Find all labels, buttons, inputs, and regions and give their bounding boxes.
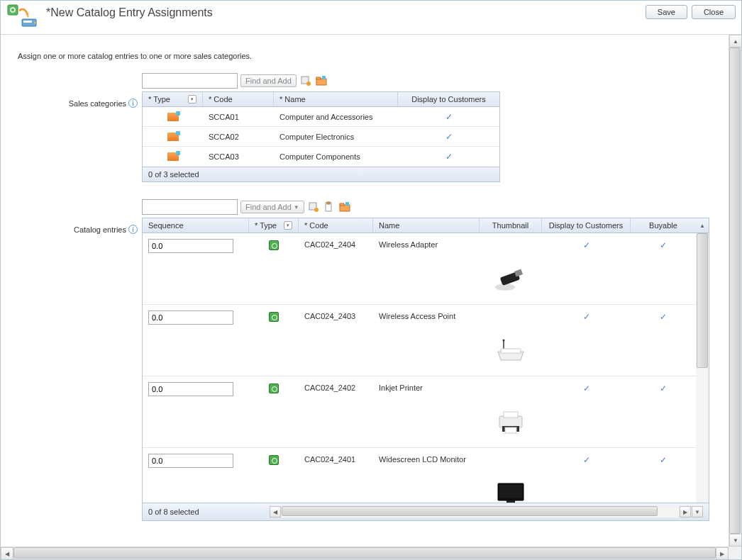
buyable-cell: ✓ [631,233,696,253]
name-cell: Computer Components [274,150,398,164]
table-row[interactable]: SCCA02Computer Electronics✓ [143,127,499,147]
col-name[interactable]: Name [373,218,480,233]
code-cell: CAC024_2403 [299,305,373,323]
thumbnail-cell [480,305,542,376]
entries-footer-text: 0 of 8 selected [148,508,199,516]
paste-icon[interactable] [323,201,336,213]
table-row[interactable]: SCCA01Computer and Accessories✓ [143,107,499,127]
display-cell: ✓ [398,109,499,125]
sequence-input[interactable] [148,454,233,468]
check-icon: ✓ [660,312,667,322]
scroll-corner [729,547,741,559]
buyable-cell: ✓ [631,448,696,468]
svg-rect-14 [327,202,330,204]
entries-hscroll-thumb[interactable] [282,506,658,516]
svg-rect-4 [23,21,32,23]
thumbnail-cell [480,448,542,503]
main-vscroll[interactable]: ▲ ▼ [729,35,741,547]
display-cell: ✓ [398,129,499,145]
close-button[interactable]: Close [692,5,736,19]
scroll-right-button[interactable]: ▶ [716,547,729,559]
sequence-cell [143,448,249,471]
sequence-input[interactable] [148,382,233,396]
col-display[interactable]: Display to Customers [542,218,631,233]
scroll-left-button[interactable]: ◀ [1,547,13,559]
thumbnail-image [489,262,532,297]
check-icon: ✓ [445,112,453,122]
svg-rect-25 [504,412,518,418]
name-cell: Widescreen LCD Monitor [373,448,480,466]
browse-icon[interactable] [338,201,351,213]
svg-rect-23 [501,349,521,353]
entries-search-input[interactable] [142,199,238,215]
col-code[interactable]: * Code [203,92,274,106]
svg-point-7 [306,82,311,86]
product-icon [269,455,279,465]
check-icon: ✓ [445,152,453,162]
table-row[interactable]: SCCA03Computer Components✓ [143,147,499,167]
svg-rect-17 [345,202,349,206]
sequence-input[interactable] [148,239,233,253]
categories-label-wrap: Sales categories i [18,73,142,108]
title-icon [6,4,40,32]
title-bar: *New Catalog Entry Assignments Save Clos… [1,1,741,35]
col-name[interactable]: * Name [274,92,398,106]
svg-rect-27 [505,427,516,433]
thumbnail-cell [480,376,542,447]
col-type[interactable]: * Type▾ [249,218,299,233]
type-cell [143,130,203,144]
type-cell [249,376,299,396]
check-icon: ✓ [583,383,590,393]
table-row[interactable]: CAC024_2402Inkjet Printer✓✓ [143,376,696,448]
buyable-cell: ✓ [631,376,696,396]
entries-scroll-up[interactable]: ▲ [696,218,709,233]
scroll-thumb[interactable] [729,47,741,534]
entries-find-button[interactable]: Find and Add▼ [240,201,304,213]
svg-rect-9 [316,77,321,79]
scroll-thumb[interactable] [13,547,716,559]
name-cell: Computer Electronics [274,130,398,144]
browse-icon[interactable] [315,74,328,87]
thumbnail-image [489,476,532,503]
col-sequence[interactable]: Sequence [143,218,249,233]
check-icon: ✓ [583,455,590,465]
col-code[interactable]: * Code [299,218,373,233]
add-new-icon[interactable] [299,74,312,87]
table-row[interactable]: CAC024_2404Wireless Adapter✓✓ [143,233,696,305]
entries-label: Catalog entries [74,225,126,234]
name-cell: Wireless Access Point [373,305,480,323]
table-row[interactable]: CAC024_2403Wireless Access Point✓✓ [143,305,696,376]
svg-rect-0 [8,5,18,15]
display-cell: ✓ [542,448,631,468]
entries-grid-footer: 0 of 8 selected ◀ ▶ ▼ [143,503,709,520]
info-icon[interactable]: i [128,225,138,234]
scroll-up-button[interactable]: ▲ [729,35,741,47]
entries-hscroll-left[interactable]: ◀ [270,506,281,517]
entries-hscroll-right[interactable]: ▶ [680,506,691,517]
col-buyable[interactable]: Buyable [631,218,696,233]
categories-body: Find and Add * Type▾ * Code * Name [142,73,500,182]
svg-point-22 [503,340,505,342]
sequence-input[interactable] [148,310,233,325]
thumbnail-cell [480,233,542,304]
check-icon: ✓ [660,383,667,393]
save-button[interactable]: Save [646,5,687,19]
entries-scrollbar[interactable] [696,233,709,503]
category-icon [167,152,179,161]
product-icon [269,312,279,322]
scroll-down-button[interactable]: ▼ [729,534,741,547]
entries-scroll-thumb[interactable] [697,233,708,368]
table-row[interactable]: CAC024_2401Widescreen LCD Monitor✓✓ [143,448,696,503]
check-icon: ✓ [660,455,667,465]
categories-search-input[interactable] [142,73,238,89]
main-hscroll[interactable]: ◀ ▶ [1,547,729,559]
col-thumbnail[interactable]: Thumbnail [480,218,542,233]
entries-section: Catalog entries i Find and Add▼ [18,199,711,521]
add-new-icon[interactable] [307,201,320,213]
col-display[interactable]: Display to Customers [398,92,499,106]
info-icon[interactable]: i [128,99,138,108]
col-type[interactable]: * Type▾ [143,92,203,106]
entries-scroll-down[interactable]: ▼ [692,506,703,517]
categories-find-button[interactable]: Find and Add [240,74,297,87]
product-icon [269,240,279,250]
